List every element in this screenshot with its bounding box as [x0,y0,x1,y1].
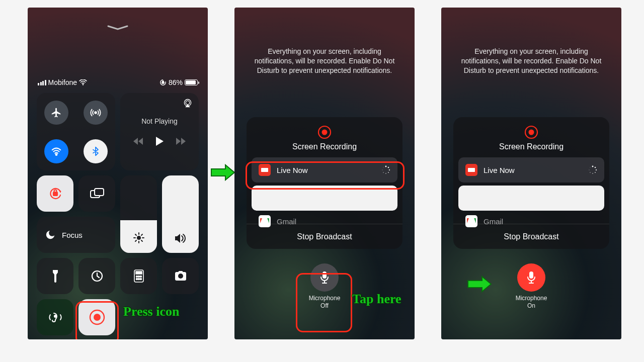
forward-icon[interactable] [175,137,186,147]
svg-rect-20 [136,272,142,274]
arrow-icon [467,276,492,293]
svg-point-5 [186,101,190,105]
app-label: Live Now [484,166,515,174]
mic-state: Off [320,302,329,309]
svg-point-3 [56,153,57,155]
svg-point-48 [592,173,593,174]
svg-point-35 [389,169,390,170]
recording-disclaimer: Everything on your screen, including not… [250,47,399,75]
broadcast-app-live-now[interactable]: Live Now [252,157,397,183]
grabber-icon[interactable] [107,25,128,28]
svg-point-23 [140,276,141,278]
screen-mirroring-button[interactable] [78,175,115,212]
wifi-button[interactable] [44,139,68,163]
mic-label: Microphone [309,295,341,302]
cellular-bars-icon [38,80,46,85]
svg-point-30 [94,314,101,321]
stop-broadcast-label: Stop Broadcast [297,232,352,241]
svg-point-37 [385,173,386,174]
control-center-grid: Not Playing [37,93,199,335]
battery-percent: 86% [169,78,183,86]
svg-point-0 [83,84,84,85]
recording-disclaimer: Everything on your screen, including not… [456,47,606,75]
record-icon [317,125,332,139]
svg-line-17 [141,234,142,235]
svg-rect-6 [53,192,57,196]
bluetooth-button[interactable] [84,139,108,163]
media-playback-tile[interactable]: Not Playing [120,93,199,170]
svg-point-49 [590,172,591,173]
svg-point-26 [140,279,141,280]
sun-icon [133,232,145,246]
airplane-mode-button[interactable] [44,101,68,125]
svg-point-36 [388,172,389,173]
battery-icon [185,79,198,85]
mic-state: On [527,302,535,309]
connectivity-tile[interactable] [37,93,115,170]
svg-point-46 [596,169,597,170]
cellular-data-button[interactable] [84,101,108,125]
svg-point-2 [95,112,97,114]
annotation-press-icon: Press icon [123,304,179,319]
svg-point-43 [529,130,534,135]
brightness-slider[interactable] [120,175,157,253]
broadcast-picker-card: Screen Recording Live Now Gmail Stop Bro… [453,117,609,249]
svg-point-9 [137,236,141,240]
media-controls [133,136,186,148]
moon-icon [45,229,56,240]
control-center-screen: Mobifone 86% [28,8,208,339]
microphone-toggle[interactable]: MicrophoneOn [511,263,551,309]
status-bar: Mobifone 86% [38,77,198,88]
svg-point-32 [322,130,328,135]
broadcast-picker-screen-mic-off: Everything on your screen, including not… [234,8,415,339]
volume-slider[interactable] [162,175,199,253]
microphone-icon [310,263,339,292]
svg-point-24 [136,279,137,280]
mic-label: Microphone [516,295,547,302]
stop-broadcast-button[interactable]: Stop Broadcast [247,224,403,249]
svg-point-51 [590,167,591,168]
microphone-icon [517,263,545,292]
broadcast-app-row[interactable] [458,186,604,211]
orientation-lock-button[interactable] [37,175,73,212]
arrow-icon [210,164,235,181]
wifi-icon [79,79,87,85]
svg-line-16 [135,240,136,241]
svg-rect-41 [323,272,327,279]
microphone-toggle[interactable]: MicrophoneOff [304,263,345,309]
loading-spinner-icon [381,165,390,174]
flashlight-button[interactable] [37,258,73,294]
focus-label: Focus [62,231,83,239]
app-label: Live Now [277,166,308,174]
speaker-icon [174,233,187,246]
calculator-button[interactable] [120,258,157,294]
stop-broadcast-button[interactable]: Stop Broadcast [453,224,609,249]
orientation-lock-icon [159,79,167,86]
loading-spinner-icon [588,165,597,174]
svg-rect-8 [95,189,104,196]
annotation-tap-here: Tap here [352,292,401,307]
play-icon[interactable] [155,136,164,148]
svg-point-22 [138,276,139,278]
broadcast-picker-card: Screen Recording Live Now Gmail Stop Bro… [247,117,403,249]
focus-button[interactable]: Focus [37,217,115,253]
broadcast-app-row[interactable] [252,186,397,211]
broadcast-app-live-now[interactable]: Live Now [458,157,604,183]
carrier-label: Mobifone [48,78,77,86]
rewind-icon[interactable] [133,137,144,147]
screen-record-button[interactable] [78,299,115,335]
svg-point-44 [592,166,594,167]
airplay-icon[interactable] [183,98,193,110]
live-now-app-icon [465,164,477,176]
svg-rect-52 [529,272,533,279]
hearing-button[interactable] [37,299,73,335]
svg-point-28 [54,315,56,317]
svg-line-15 [141,240,142,241]
camera-button[interactable] [162,258,199,294]
svg-point-33 [385,166,387,167]
svg-point-47 [595,172,596,173]
svg-point-34 [388,167,389,168]
svg-point-38 [383,172,384,173]
timer-button[interactable] [78,258,115,294]
live-now-app-icon [259,164,271,176]
